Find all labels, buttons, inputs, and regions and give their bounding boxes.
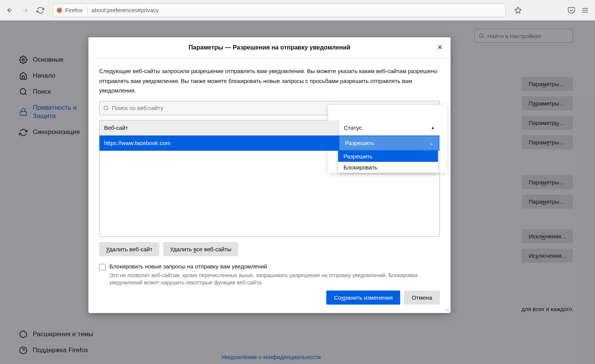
sort-indicator-icon: ▲ <box>431 125 435 130</box>
save-button[interactable]: Сохранить изменения <box>326 291 400 305</box>
sites-table: Веб-сайт Статус ▲ https://www.facebook.c… <box>99 120 440 237</box>
svg-line-20 <box>448 311 449 311</box>
dropdown-option-allow[interactable]: Разрешить <box>338 151 438 162</box>
close-button[interactable] <box>435 43 444 52</box>
svg-marker-2 <box>515 7 521 13</box>
block-new-requests-checkbox[interactable] <box>99 264 106 270</box>
svg-point-1 <box>58 8 61 12</box>
block-label: Блокировать новые запросы на отправку ва… <box>109 263 440 270</box>
svg-line-17 <box>107 109 108 110</box>
block-description: Это не позволит веб-сайтам, кроме перечи… <box>109 272 440 287</box>
hamburger-menu-icon[interactable] <box>579 4 591 16</box>
dropdown-option-block[interactable]: Блокировать <box>338 162 438 173</box>
site-row[interactable]: https://www.facebook.com Разрешить ⌄ <box>99 136 439 151</box>
dialog-description: Следующие веб-сайты запросили разрешение… <box>99 66 440 96</box>
bookmark-star-icon[interactable] <box>512 4 524 16</box>
browser-toolbar: Firefox about:preferences#privacy <box>0 0 595 21</box>
status-dropdown: Разрешить Блокировать <box>338 151 438 173</box>
close-icon <box>436 44 443 51</box>
notification-permissions-dialog: Параметры — Разрешения на отправку уведо… <box>88 37 451 313</box>
column-status[interactable]: Статус ▲ <box>339 120 439 135</box>
url-text: about:preferences#privacy <box>87 7 159 13</box>
status-value: Разрешить <box>345 140 374 146</box>
remove-all-sites-button[interactable]: Удалить все веб-сайты <box>163 242 238 256</box>
status-select[interactable]: Разрешить ⌄ <box>339 136 439 151</box>
forward-button[interactable] <box>19 4 31 16</box>
resize-handle-icon[interactable] <box>444 307 450 312</box>
dialog-header: Параметры — Разрешения на отправку уведо… <box>88 37 451 58</box>
pocket-icon[interactable] <box>565 4 577 16</box>
site-url: https://www.facebook.com <box>99 140 339 146</box>
firefox-icon <box>56 7 63 14</box>
firefox-label: Firefox <box>65 7 83 13</box>
reload-button[interactable] <box>34 4 47 16</box>
cancel-button[interactable]: Отмена <box>404 291 440 305</box>
search-icon <box>103 105 109 111</box>
block-new-requests-row: Блокировать новые запросы на отправку ва… <box>99 263 440 287</box>
chevron-down-icon: ⌄ <box>430 140 433 146</box>
svg-point-16 <box>104 106 108 110</box>
back-button[interactable] <box>4 4 16 16</box>
column-website[interactable]: Веб-сайт <box>99 125 339 131</box>
remove-site-button[interactable]: Удалить веб-сайт <box>99 242 159 256</box>
address-bar[interactable]: Firefox about:preferences#privacy <box>53 3 506 17</box>
dialog-title: Параметры — Разрешения на отправку уведо… <box>189 44 350 51</box>
